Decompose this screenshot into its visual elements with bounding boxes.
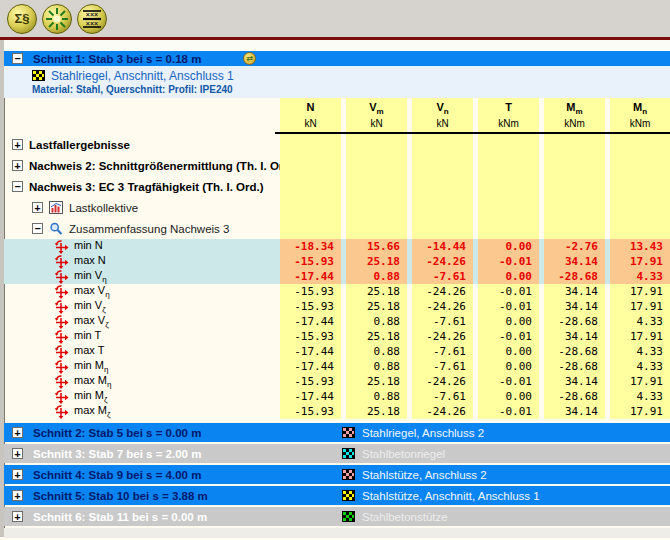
- value-cell: 0.88: [346, 359, 407, 374]
- result-row-max-N[interactable]: max N -15.9325.18-24.26-0.0134.1417.91: [4, 254, 670, 269]
- value-cell: -18.34: [280, 239, 341, 254]
- value-cell: -24.26: [412, 299, 473, 314]
- result-row-max-Meta[interactable]: max Mη -15.9325.18-24.26-0.0134.1417.91: [4, 374, 670, 389]
- result-row-min-T[interactable]: min T -15.9325.18-24.26-0.0134.1417.91: [4, 329, 670, 344]
- value-cell: 17.91: [610, 299, 670, 314]
- value-cell: -24.26: [412, 404, 473, 419]
- sum-paragraph-button[interactable]: Σ§: [7, 4, 37, 34]
- checker-icon-pink: [342, 469, 355, 480]
- axes-icon: [54, 255, 69, 269]
- result-row-max-Mzeta[interactable]: max Mζ -15.9325.18-24.26-0.0134.1417.91: [4, 404, 670, 419]
- value-cell: -28.68: [544, 314, 605, 329]
- checker-icon-yellow: [32, 70, 45, 81]
- expand-icon[interactable]: [12, 427, 23, 438]
- value-cell: 25.18: [346, 284, 407, 299]
- collapse-icon[interactable]: [32, 223, 43, 234]
- result-row-min-Veta[interactable]: min Vη -17.440.88-7.610.00-28.684.33: [4, 269, 670, 284]
- value-cell: -7.61: [412, 344, 473, 359]
- value-cell: 0.88: [346, 344, 407, 359]
- table-header-row: N kN Vm kN Vn kN T kNm Mm kNm Mn kNm: [4, 98, 670, 134]
- value-cell: -0.01: [478, 254, 539, 269]
- bottom-filler: [4, 528, 670, 538]
- value-cell: 0.00: [478, 344, 539, 359]
- expand-icon[interactable]: [12, 160, 23, 171]
- result-row-min-Vzeta[interactable]: min Vζ -15.9325.18-24.26-0.0134.1417.91: [4, 299, 670, 314]
- starburst-icon: [46, 8, 68, 30]
- axes-icon: [54, 345, 69, 359]
- results-table-icon: [82, 9, 102, 29]
- value-cell: 0.00: [478, 239, 539, 254]
- results-panel: Schnitt 1: Stab 3 bei s = 0.18 m Stahlri…: [0, 40, 670, 537]
- tree-item-nachweis-2[interactable]: Nachweis 2: Schnittgrößenermittlung (Th.…: [4, 155, 670, 176]
- expand-icon[interactable]: [12, 469, 23, 480]
- toolbar: Σ§: [0, 0, 670, 40]
- magnifier-icon: [49, 222, 63, 235]
- tree-item-zusammenfassung[interactable]: Zusammenfassung Nachweis 3: [4, 218, 670, 239]
- expand-icon[interactable]: [12, 448, 23, 459]
- value-cell: -7.61: [412, 269, 473, 284]
- section-2-header-bar[interactable]: Schnitt 2: Stab 5 bei s = 0.00 m Stahlri…: [4, 423, 670, 442]
- value-cell: 0.00: [478, 314, 539, 329]
- value-cell: -15.93: [280, 374, 341, 389]
- section-5-header-bar[interactable]: Schnitt 5: Stab 10 bei s = 3.88 m Stahls…: [4, 486, 670, 505]
- value-cell: -17.44: [280, 314, 341, 329]
- collapse-icon[interactable]: [12, 53, 23, 64]
- tree-item-lastkollektive[interactable]: Lastkollektive: [4, 197, 670, 218]
- value-cell: -15.93: [280, 329, 341, 344]
- result-row-max-Vzeta[interactable]: max Vζ -17.440.88-7.610.00-28.684.33: [4, 314, 670, 329]
- sum-paragraph-icon: Σ§: [14, 11, 29, 26]
- collapse-icon[interactable]: [12, 181, 23, 192]
- value-cell: -28.68: [544, 269, 605, 284]
- refresh-icon[interactable]: [243, 52, 256, 65]
- result-row-max-T[interactable]: max T -17.440.88-7.610.00-28.684.33: [4, 344, 670, 359]
- section-1-subtitle: Stahlriegel, Anschnitt, Anschluss 1: [51, 69, 234, 83]
- value-cell: -0.01: [478, 329, 539, 344]
- starburst-button[interactable]: [42, 4, 72, 34]
- value-cell: 25.18: [346, 404, 407, 419]
- axes-icon: [54, 315, 69, 329]
- section-6-header-bar[interactable]: Schnitt 6: Stab 11 bei s = 0.00 m Stahlb…: [4, 507, 670, 526]
- result-row-min-Meta[interactable]: min Mη -17.440.88-7.610.00-28.684.33: [4, 359, 670, 374]
- tree-item-nachweis-3[interactable]: Nachweis 3: EC 3 Tragfähigkeit (Th. I. O…: [4, 176, 670, 197]
- value-cell: 17.91: [610, 374, 670, 389]
- value-cell: -28.68: [544, 344, 605, 359]
- value-cell: -28.68: [544, 389, 605, 404]
- value-cell: 0.00: [478, 269, 539, 284]
- checker-icon-green: [342, 511, 355, 522]
- value-cell: 4.33: [610, 389, 670, 404]
- column-header-Mm: Mm kNm: [544, 98, 605, 132]
- tree-item-lastfallergebnisse[interactable]: Lastfallergebnisse: [4, 134, 670, 155]
- value-cell: -17.44: [280, 359, 341, 374]
- section-1-title: Schnitt 1: Stab 3 bei s = 0.18 m: [33, 53, 201, 65]
- result-row-min-Mzeta[interactable]: min Mζ -17.440.88-7.610.00-28.684.33: [4, 389, 670, 404]
- section-list: Schnitt 2: Stab 5 bei s = 0.00 m Stahlri…: [4, 423, 670, 526]
- results-table-button[interactable]: [77, 4, 107, 34]
- value-cell: -2.76: [544, 239, 605, 254]
- value-cell: 34.14: [544, 299, 605, 314]
- value-cell: 4.33: [610, 269, 670, 284]
- value-cell: -24.26: [412, 374, 473, 389]
- axes-icon: [54, 270, 69, 284]
- section-3-header-bar[interactable]: Schnitt 3: Stab 7 bei s = 2.00 m Stahlbe…: [4, 444, 670, 463]
- result-row-max-Veta[interactable]: max Vη -15.9325.18-24.26-0.0134.1417.91: [4, 284, 670, 299]
- value-cell: -28.68: [544, 359, 605, 374]
- value-cell: -15.93: [280, 284, 341, 299]
- value-cell: -7.61: [412, 359, 473, 374]
- material-line: Material: Stahl, Querschnitt: Profil: IP…: [32, 84, 670, 95]
- value-cell: 34.14: [544, 404, 605, 419]
- value-cell: 0.88: [346, 389, 407, 404]
- section-4-header-bar[interactable]: Schnitt 4: Stab 9 bei s = 4.00 m Stahlst…: [4, 465, 670, 484]
- value-cell: 4.33: [610, 359, 670, 374]
- expand-icon[interactable]: [32, 202, 43, 213]
- value-cell: 34.14: [544, 329, 605, 344]
- value-cell: 0.00: [478, 389, 539, 404]
- result-row-min-N[interactable]: min N -18.3415.66-14.440.00-2.7613.43: [4, 239, 670, 254]
- expand-icon[interactable]: [12, 139, 23, 150]
- expand-icon[interactable]: [12, 511, 23, 522]
- expand-icon[interactable]: [12, 490, 23, 501]
- value-cell: -24.26: [412, 284, 473, 299]
- value-cell: -0.01: [478, 374, 539, 389]
- value-cell: 34.14: [544, 254, 605, 269]
- checker-icon-pink: [342, 427, 355, 438]
- section-1-header-bar[interactable]: Schnitt 1: Stab 3 bei s = 0.18 m: [4, 51, 670, 66]
